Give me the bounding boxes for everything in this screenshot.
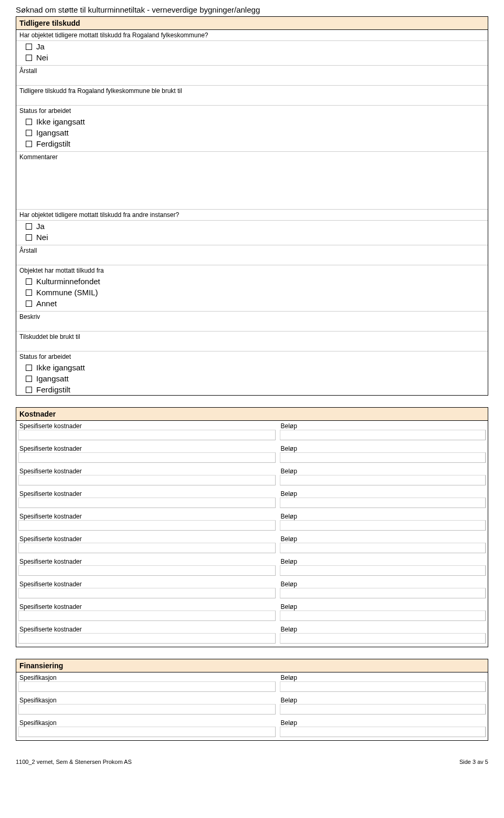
tilskuddet-brukt-input[interactable] [16,342,488,351]
kostnad-left-input[interactable] [18,565,276,576]
kostnad-row: Spesifiserte kostnaderBeløp [16,602,488,624]
finansiering-left-input[interactable] [18,681,276,692]
option-nei-1[interactable]: Nei [16,52,488,63]
question-rogaland: Har objektet tidligere mottatt tilskudd … [16,30,488,41]
option-kulturminnefondet[interactable]: Kulturminnefondet [16,276,488,287]
kostnad-right-input[interactable] [280,430,486,440]
checkbox-icon [26,44,32,50]
arstall-input-1[interactable] [16,76,488,86]
kostnad-right-label: Beløp [280,490,486,498]
finansiering-right-label: Beløp [280,719,486,727]
label-arstall-2: Årstall [16,245,488,256]
checkbox-icon [26,55,32,61]
option-label: Ikke igangsatt [36,117,85,126]
checkbox-icon [26,301,32,307]
label-beskriv: Beskriv [16,312,488,322]
kostnad-left-input[interactable] [18,498,276,508]
option-ja-2[interactable]: Ja [16,221,488,232]
kostnad-right-input[interactable] [280,543,486,553]
finansiering-right-input[interactable] [280,681,486,692]
kostnad-right-input[interactable] [280,633,486,644]
kostnad-left-label: Spesifiserte kostnader [18,557,276,565]
option-kommune-smil[interactable]: Kommune (SMIL) [16,287,488,298]
kostnad-right-label: Beløp [280,580,486,588]
kostnad-left-input[interactable] [18,588,276,598]
checkbox-icon [26,365,32,371]
finansiering-left-input[interactable] [18,727,276,737]
option-label: Ferdigstilt [36,385,70,394]
finansiering-right-input[interactable] [280,727,486,737]
option-ja-1[interactable]: Ja [16,41,488,52]
section-header-kostnader: Kostnader [16,408,488,421]
kostnad-right-input[interactable] [280,565,486,576]
kostnad-right-input[interactable] [280,498,486,508]
finansiering-right-input[interactable] [280,704,486,715]
kostnad-right-label: Beløp [280,557,486,565]
section-finansiering: Finansiering SpesifikasjonBeløpSpesifika… [16,659,488,741]
finansiering-row: SpesifikasjonBeløp [16,718,488,740]
checkbox-icon [26,387,32,393]
kostnad-left-label: Spesifiserte kostnader [18,422,276,430]
kostnad-left-label: Spesifiserte kostnader [18,490,276,498]
option-ikke-igangsatt-1[interactable]: Ikke igangsatt [16,116,488,127]
question-andre-instanser: Har objektet tidligere mottatt tilskudd … [16,210,488,221]
kostnad-right-label: Beløp [280,467,486,475]
finansiering-row: SpesifikasjonBeløp [16,672,488,695]
arstall-input-2[interactable] [16,256,488,265]
kostnad-right-input[interactable] [280,452,486,463]
kostnad-left-input[interactable] [18,543,276,553]
kostnad-left-label: Spesifiserte kostnader [18,535,276,543]
option-annet[interactable]: Annet [16,298,488,309]
kommentarer-input[interactable] [16,162,488,210]
brukt-til-input[interactable] [16,96,488,106]
kostnad-right-input[interactable] [280,610,486,621]
kostnad-right-input[interactable] [280,588,486,598]
option-nei-2[interactable]: Nei [16,232,488,243]
finansiering-left-input[interactable] [18,704,276,715]
option-label: Nei [36,233,48,242]
kostnad-right-label: Beløp [280,603,486,610]
option-label: Ja [36,222,45,231]
kostnad-left-input[interactable] [18,430,276,440]
option-ferdigstilt-2[interactable]: Ferdigstilt [16,384,488,395]
checkbox-icon [26,119,32,125]
option-ferdigstilt-1[interactable]: Ferdigstilt [16,138,488,149]
checkbox-icon [26,130,32,136]
beskriv-input[interactable] [16,322,488,332]
option-ikke-igangsatt-2[interactable]: Ikke igangsatt [16,362,488,373]
finansiering-left-label: Spesifikasjon [18,696,276,704]
kostnad-right-input[interactable] [280,475,486,485]
kostnad-right-label: Beløp [280,512,486,520]
finansiering-right-label: Beløp [280,674,486,681]
kostnad-right-input[interactable] [280,520,486,531]
option-label: Ikke igangsatt [36,363,85,372]
option-igangsatt-1[interactable]: Igangsatt [16,127,488,138]
checkbox-icon [26,278,32,285]
label-kommentarer: Kommentarer [16,152,488,162]
label-mottatt-fra: Objektet har mottatt tilkudd fra [16,265,488,276]
finansiering-row: SpesifikasjonBeløp [16,695,488,718]
label-status-2: Status for arbeidet [16,351,488,362]
kostnad-left-input[interactable] [18,475,276,485]
kostnad-left-input[interactable] [18,452,276,463]
kostnad-left-input[interactable] [18,610,276,621]
option-label: Igangsatt [36,128,69,137]
kostnad-left-input[interactable] [18,633,276,644]
page-footer: 1100_2 vernet, Sem & Stenersen Prokom AS… [16,743,488,770]
page-title: Søknad om støtte til kulturminnetiltak -… [16,5,488,14]
kostnad-left-input[interactable] [18,520,276,531]
option-label: Igangsatt [36,374,69,383]
kostnad-right-label: Beløp [280,535,486,543]
option-label: Ferdigstilt [36,139,70,148]
kostnad-left-label: Spesifiserte kostnader [18,512,276,520]
checkbox-icon [26,376,32,382]
kostnad-left-label: Spesifiserte kostnader [18,444,276,452]
footer-left: 1100_2 vernet, Sem & Stenersen Prokom AS [16,759,132,765]
kostnad-left-label: Spesifiserte kostnader [18,580,276,588]
label-brukt-til: Tidligere tilskudd fra Rogaland fylkesko… [16,86,488,96]
kostnad-row: Spesifiserte kostnaderBeløp [16,511,488,534]
option-igangsatt-2[interactable]: Igangsatt [16,373,488,384]
section-kostnader: Kostnader Spesifiserte kostnaderBeløpSpe… [16,407,488,647]
checkbox-icon [26,223,32,230]
option-label: Annet [36,299,57,308]
